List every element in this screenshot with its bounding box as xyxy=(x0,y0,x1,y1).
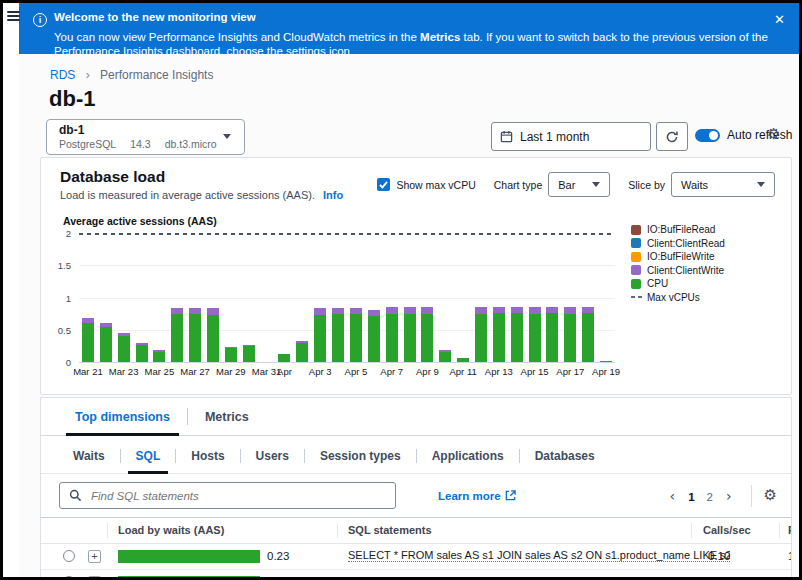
sql-statement-link[interactable]: SELECT * FROM sales AS s1 JOIN sales AS … xyxy=(348,549,730,562)
refresh-button[interactable] xyxy=(656,122,688,151)
subtab-applications[interactable]: Applications xyxy=(417,439,519,473)
settings-gear-icon[interactable]: ⚙ xyxy=(767,127,780,142)
chart-bar[interactable] xyxy=(278,354,290,362)
show-max-vcpu-checkbox[interactable] xyxy=(377,178,390,191)
chart-bar[interactable] xyxy=(100,323,112,362)
auto-refresh-toggle[interactable] xyxy=(695,129,720,142)
chart-bar[interactable] xyxy=(404,307,416,362)
table-preferences-gear-icon[interactable]: ⚙ xyxy=(764,488,777,503)
x-axis-tick-label: Mar 23 xyxy=(109,366,139,377)
breadcrumb-link-rds[interactable]: RDS xyxy=(50,68,75,82)
chart-bar[interactable] xyxy=(332,308,344,362)
info-icon: i xyxy=(33,13,47,27)
dashed-line-swatch xyxy=(631,296,642,298)
chart-bar[interactable] xyxy=(564,307,576,362)
chart-bar[interactable] xyxy=(153,350,165,362)
chart-bar[interactable] xyxy=(439,350,451,362)
database-load-card: Database load Load is measured in averag… xyxy=(40,157,792,395)
subtab-databases[interactable]: Databases xyxy=(520,439,610,473)
page-number-2[interactable]: 2 xyxy=(701,491,719,503)
chart-bar[interactable] xyxy=(600,361,612,362)
x-axis-tick-label: Mar 25 xyxy=(145,366,175,377)
chart-bar-segment xyxy=(171,314,183,362)
close-icon[interactable]: ✕ xyxy=(774,12,785,27)
chart-bar[interactable] xyxy=(546,307,558,362)
rds-performance-insights-page: iWelcome to the new monitoring view You … xyxy=(0,0,802,580)
chart-bar[interactable] xyxy=(457,358,469,363)
chart-bar[interactable] xyxy=(493,307,505,362)
chart-bar[interactable] xyxy=(511,307,523,362)
chart-bar[interactable] xyxy=(386,307,398,362)
chart-bar[interactable] xyxy=(207,308,219,362)
chart-bar[interactable] xyxy=(529,307,541,362)
chart-bar[interactable] xyxy=(171,308,183,362)
breadcrumb-separator-icon: › xyxy=(86,68,90,82)
load-chart[interactable] xyxy=(79,233,615,363)
subtab-waits[interactable]: Waits xyxy=(58,439,120,473)
chart-legend: IO:BufFileReadClient:ClientReadIO:BufFil… xyxy=(631,224,725,305)
flashbar-text-bold: Metrics xyxy=(420,31,460,43)
slice-by-select[interactable]: Waits xyxy=(671,172,775,197)
chart-bar[interactable] xyxy=(475,307,487,362)
card-subtitle: Load is measured in average active sessi… xyxy=(60,189,343,201)
subtab-hosts[interactable]: Hosts xyxy=(176,439,239,473)
legend-item: Client:ClientWrite xyxy=(631,265,725,276)
chart-bar-segment xyxy=(475,314,487,362)
column-header-sql-statements: SQL statements xyxy=(348,524,432,536)
chart-gridline xyxy=(79,265,615,266)
x-axis-tick-label: Mar 21 xyxy=(73,366,103,377)
row-radio-button[interactable] xyxy=(63,550,75,562)
learn-more-label: Learn more xyxy=(438,490,501,502)
chart-bar[interactable] xyxy=(118,333,130,362)
tab-top-dimensions[interactable]: Top dimensions xyxy=(58,398,187,435)
x-axis-tick-label: Mar 29 xyxy=(216,366,246,377)
slice-by-value: Waits xyxy=(681,179,708,191)
flashbar-title-row: iWelcome to the new monitoring view xyxy=(33,10,785,27)
legend-label: IO:BufFileWrite xyxy=(647,251,715,262)
subtab-users[interactable]: Users xyxy=(241,439,304,473)
chart-bar[interactable] xyxy=(421,307,433,362)
chart-bar[interactable] xyxy=(314,308,326,362)
y-axis-tick-label: 2 xyxy=(41,228,71,239)
time-range-picker[interactable]: Last 1 month xyxy=(491,122,651,151)
chart-bar-segment xyxy=(296,343,308,362)
chart-bar[interactable] xyxy=(189,308,201,362)
page-next-icon[interactable]: › xyxy=(719,488,739,504)
sql-search-box xyxy=(59,482,396,509)
chart-bar[interactable] xyxy=(136,343,148,362)
learn-more-link[interactable]: Learn more xyxy=(438,490,516,502)
sql-statement-link[interactable]: SELECT DISTINCT s2.user_id FROM sales AS… xyxy=(348,575,730,580)
row-radio-button[interactable] xyxy=(63,576,75,580)
chart-bar[interactable] xyxy=(225,347,237,362)
chart-type-select[interactable]: Bar xyxy=(548,172,610,197)
row-expand-button[interactable]: + xyxy=(88,550,101,563)
tab-metrics[interactable]: Metrics xyxy=(188,398,266,435)
chart-bar[interactable] xyxy=(350,308,362,362)
slice-by-label: Slice by xyxy=(628,179,665,191)
chart-bar[interactable] xyxy=(368,310,380,362)
subtab-session-types[interactable]: Session types xyxy=(305,439,416,473)
search-input[interactable] xyxy=(89,489,395,503)
time-range-value: Last 1 month xyxy=(520,130,589,144)
column-divider xyxy=(107,523,108,538)
instance-selector-dropdown[interactable]: db-1 PostgreSQL14.3db.t3.micro xyxy=(46,119,245,155)
page-number-1[interactable]: 1 xyxy=(682,491,700,503)
chart-bar[interactable] xyxy=(582,307,594,362)
subtab-sql[interactable]: SQL xyxy=(121,439,176,473)
chart-bar-segment xyxy=(564,307,576,313)
page-previous-icon[interactable]: ‹ xyxy=(663,488,683,504)
hamburger-menu-icon[interactable] xyxy=(7,11,20,22)
chart-bar-segment xyxy=(189,314,201,362)
chart-bar-segment xyxy=(582,307,594,313)
chevron-down-icon xyxy=(757,182,765,187)
chart-bar-segment xyxy=(207,308,219,314)
row-expand-button[interactable]: + xyxy=(88,576,101,580)
legend-label: CPU xyxy=(647,278,668,289)
info-link[interactable]: Info xyxy=(323,189,343,201)
legend-swatch xyxy=(631,279,641,289)
x-axis-tick-label: Apr 3 xyxy=(309,366,332,377)
chart-bar[interactable] xyxy=(82,318,94,362)
calls-per-sec-value: 0.10 xyxy=(708,576,730,580)
chart-bar[interactable] xyxy=(243,345,255,362)
chart-bar[interactable] xyxy=(296,341,308,362)
